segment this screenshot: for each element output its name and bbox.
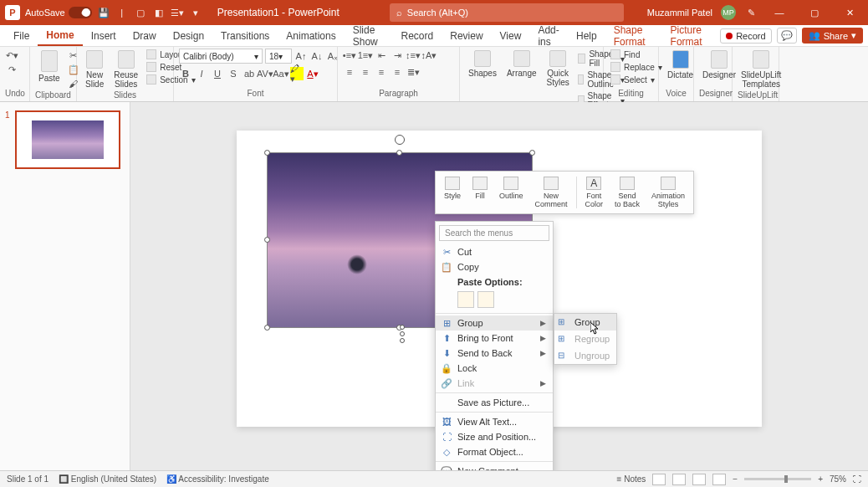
increase-font-icon[interactable]: A↑ <box>294 49 308 63</box>
tab-design[interactable]: Design <box>165 27 212 45</box>
normal-view-button[interactable] <box>652 474 666 485</box>
share-button[interactable]: 👥 Share ▾ <box>802 28 863 44</box>
line-spacing-icon[interactable]: ↕≡▾ <box>406 49 420 62</box>
ctx-save-as-picture[interactable]: Save as Picture... <box>436 395 553 410</box>
reuse-slides-button[interactable]: Reuse Slides <box>110 49 141 90</box>
select-button[interactable]: Select▾ <box>609 74 664 85</box>
tab-animations[interactable]: Animations <box>278 27 344 45</box>
sorter-view-button[interactable] <box>672 474 686 485</box>
resize-handle-ml[interactable] <box>264 237 270 243</box>
shapes-button[interactable]: Shapes <box>465 49 500 79</box>
ctx-cut[interactable]: ✂Cut <box>436 244 553 259</box>
zoom-level[interactable]: 75% <box>830 474 846 484</box>
paste-option-1[interactable] <box>457 291 474 308</box>
undo-icon[interactable]: ↶▾ <box>5 49 18 62</box>
ctx-copy[interactable]: 📋Copy <box>436 259 553 274</box>
user-name[interactable]: Muzammil Patel <box>647 8 712 18</box>
comments-icon[interactable]: 💬 <box>777 28 797 44</box>
tab-draw[interactable]: Draw <box>125 27 165 45</box>
notes-button[interactable]: ≡ Notes <box>617 474 646 484</box>
resize-handle-tm[interactable] <box>396 150 402 156</box>
avatar[interactable]: MP <box>721 5 736 20</box>
numbering-icon[interactable]: 1≡▾ <box>359 49 372 62</box>
paste-button[interactable]: Paste <box>35 49 64 85</box>
quick-styles-button[interactable]: Quick Styles <box>544 49 573 89</box>
resize-handle-tl[interactable] <box>264 150 270 156</box>
present-icon[interactable]: ▢ <box>134 6 147 19</box>
mini-outline-button[interactable]: Outline <box>494 175 528 210</box>
slide-thumbnail-1[interactable]: 1 <box>7 110 123 169</box>
zoom-out-button[interactable]: − <box>733 474 738 484</box>
font-color-icon[interactable]: A▾ <box>306 67 319 80</box>
tab-help[interactable]: Help <box>568 27 605 45</box>
qat-overflow-icon[interactable]: ▾ <box>189 6 202 19</box>
arrange-button[interactable]: Arrange <box>503 49 540 79</box>
save-icon[interactable]: 💾 <box>97 6 110 19</box>
bullets-icon[interactable]: •≡▾ <box>343 49 356 62</box>
bold-icon[interactable]: B <box>179 67 192 80</box>
secondary-selection-handles[interactable] <box>400 325 405 343</box>
mini-new-comment-button[interactable]: New Comment <box>530 175 573 210</box>
slideshow-view-button[interactable] <box>712 474 726 485</box>
qat-icon-3[interactable]: ☰▾ <box>171 6 184 19</box>
ctx-format-object[interactable]: ◇Format Object... <box>436 444 553 459</box>
slide-counter[interactable]: Slide 1 of 1 <box>7 474 49 484</box>
tab-review[interactable]: Review <box>442 27 491 45</box>
tab-view[interactable]: View <box>492 27 530 45</box>
align-left-icon[interactable]: ≡ <box>343 65 356 79</box>
submenu-group[interactable]: ⊞Group <box>554 314 616 331</box>
submenu-ungroup[interactable]: ⊟Ungroup <box>554 347 616 364</box>
ctx-view-alt-text[interactable]: 🖼View Alt Text... <box>436 414 553 429</box>
mini-style-button[interactable]: Style <box>439 175 466 210</box>
reading-view-button[interactable] <box>692 474 706 485</box>
autosave-toggle[interactable]: AutoSave Off <box>25 7 92 18</box>
dictate-button[interactable]: Dictate <box>664 49 697 81</box>
ctx-group[interactable]: ⊞Group▶ <box>436 315 553 331</box>
tab-transitions[interactable]: Transitions <box>212 27 278 45</box>
align-right-icon[interactable]: ≡ <box>375 65 388 79</box>
increase-indent-icon[interactable]: ⇥ <box>391 49 404 62</box>
tab-insert[interactable]: Insert <box>83 27 125 45</box>
decrease-font-icon[interactable]: A↓ <box>310 49 324 63</box>
text-direction-icon[interactable]: ↕A▾ <box>422 49 436 62</box>
accessibility-status[interactable]: ♿ Accessibility: Investigate <box>166 474 269 484</box>
resize-handle-tr[interactable] <box>529 150 535 156</box>
search-box[interactable]: ⌕ Search (Alt+Q) <box>390 3 624 22</box>
paste-option-2[interactable] <box>477 291 494 308</box>
ctx-link[interactable]: 🔗Link▶ <box>436 376 553 391</box>
font-size-combo[interactable]: 18▾ <box>265 49 292 64</box>
rotate-handle[interactable] <box>395 135 405 145</box>
menu-search-input[interactable]: Search the menus <box>439 225 549 241</box>
tab-file[interactable]: File <box>5 27 38 45</box>
tab-home[interactable]: Home <box>38 26 82 46</box>
ctx-bring-to-front[interactable]: ⬆Bring to Front▶ <box>436 331 553 346</box>
close-button[interactable]: ✕ <box>836 0 863 25</box>
ctx-send-to-back[interactable]: ⬇Send to Back▶ <box>436 346 553 361</box>
fit-to-window-button[interactable]: ⛶ <box>853 474 861 484</box>
record-button[interactable]: Record <box>720 28 771 44</box>
replace-button[interactable]: Replace▾ <box>609 61 664 73</box>
pen-icon[interactable]: ✎ <box>744 6 758 19</box>
shadow-icon[interactable]: ab <box>243 67 256 80</box>
ctx-size-position[interactable]: ⛶Size and Position... <box>436 429 553 444</box>
maximize-button[interactable]: ▢ <box>801 0 828 25</box>
slideuplift-button[interactable]: SlideUpLift Templates <box>738 49 784 90</box>
underline-icon[interactable]: U <box>211 67 224 80</box>
decrease-indent-icon[interactable]: ⇤ <box>375 49 388 62</box>
italic-icon[interactable]: I <box>195 67 208 80</box>
highlight-icon[interactable]: 🖍▾ <box>290 67 304 80</box>
mini-fill-button[interactable]: Fill <box>467 175 493 210</box>
justify-icon[interactable]: ≡ <box>391 65 404 79</box>
zoom-slider[interactable] <box>744 478 811 480</box>
align-center-icon[interactable]: ≡ <box>359 65 372 79</box>
qat-icon-2[interactable]: ◧ <box>152 6 166 19</box>
columns-icon[interactable]: ≣▾ <box>406 65 420 79</box>
change-case-icon[interactable]: Aa▾ <box>274 67 288 80</box>
new-slide-button[interactable]: New Slide <box>82 49 107 90</box>
minimize-button[interactable]: — <box>766 0 793 25</box>
find-button[interactable]: Find <box>609 49 664 60</box>
language-status[interactable]: 🔲 English (United States) <box>59 474 156 484</box>
mini-font-color-button[interactable]: AFont Color <box>580 175 609 210</box>
resize-handle-bl[interactable] <box>264 325 270 331</box>
submenu-regroup[interactable]: ⊞Regroup <box>554 331 616 347</box>
